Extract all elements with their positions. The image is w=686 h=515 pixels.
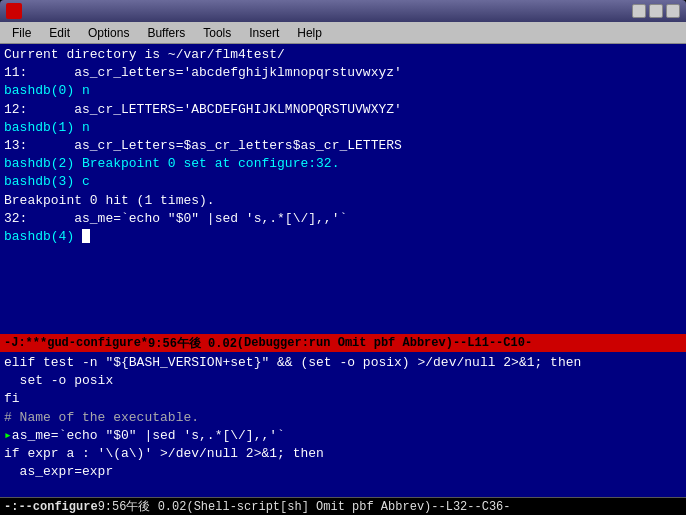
menu-item-help[interactable]: Help	[289, 24, 330, 42]
menu-bar: FileEditOptionsBuffersToolsInsertHelp	[0, 22, 686, 44]
status-bar-top: -J:** *gud-configure* 9:56午後 0.02 (Debug…	[0, 334, 686, 352]
menu-item-options[interactable]: Options	[80, 24, 137, 42]
status-top-buffer: *gud-configure*	[40, 336, 148, 350]
menu-item-buffers[interactable]: Buffers	[139, 24, 193, 42]
title-bar	[0, 0, 686, 22]
minimize-button[interactable]	[632, 4, 646, 18]
window-controls	[632, 4, 680, 18]
status-bottom-buffer: configure	[33, 500, 98, 514]
status-top-info: (Debugger:run Omit pbf Abbrev)--L11--C10…	[237, 336, 532, 350]
app-icon	[6, 3, 22, 19]
main-area: Current directory is ~/var/flm4test/11: …	[0, 44, 686, 515]
top-terminal[interactable]: Current directory is ~/var/flm4test/11: …	[0, 44, 686, 334]
menu-item-file[interactable]: File	[4, 24, 39, 42]
maximize-button[interactable]	[649, 4, 663, 18]
status-bar-bottom: -:-- configure 9:56午後 0.02 (Shell-script…	[0, 497, 686, 515]
status-top-mode: -J:**	[4, 336, 40, 350]
status-bottom-info: (Shell-script[sh] Omit pbf Abbrev)--L32-…	[186, 500, 510, 514]
menu-item-tools[interactable]: Tools	[195, 24, 239, 42]
menu-item-insert[interactable]: Insert	[241, 24, 287, 42]
status-bottom-time: 9:56午後 0.02	[98, 498, 187, 515]
menu-item-edit[interactable]: Edit	[41, 24, 78, 42]
status-top-time: 9:56午後 0.02	[148, 335, 237, 352]
close-button[interactable]	[666, 4, 680, 18]
status-bottom-mode: -:--	[4, 500, 33, 514]
bottom-terminal[interactable]: elif test -n "${BASH_VERSION+set}" && (s…	[0, 352, 686, 497]
